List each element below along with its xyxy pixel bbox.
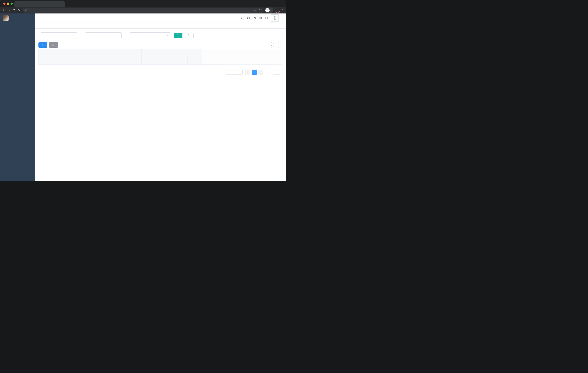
fullscreen-icon[interactable] (259, 16, 262, 20)
search-icon (270, 44, 273, 46)
col-header-key (39, 49, 53, 65)
prev-page-button[interactable] (245, 70, 250, 75)
current-page-button[interactable] (252, 70, 257, 75)
warning-icon (25, 9, 28, 11)
goto-page-input[interactable] (273, 70, 280, 75)
col-header-category (88, 49, 106, 65)
reset-button[interactable] (185, 33, 194, 38)
col-header-deploy-group (173, 49, 202, 57)
tags-bar (35, 23, 286, 29)
font-size-icon[interactable] (265, 16, 268, 20)
col-header-form (106, 49, 142, 65)
browser-toolbar (0, 7, 286, 13)
broken-image-icon (273, 16, 277, 20)
reload-button[interactable] (11, 8, 16, 13)
incognito-icon (266, 9, 269, 12)
filter-key-input[interactable] (41, 32, 77, 38)
address-bar[interactable] (23, 8, 263, 13)
filter-category-select[interactable] (130, 32, 170, 38)
col-header-state (188, 57, 202, 65)
zoom-window-button[interactable] (10, 2, 13, 5)
chevron-right-icon (260, 71, 262, 73)
browser-tab[interactable] (14, 1, 65, 7)
minimize-window-button[interactable] (7, 2, 9, 5)
refresh-icon (277, 44, 280, 46)
chevron-left-icon (247, 71, 249, 73)
page-content (35, 29, 286, 181)
col-header-ops (202, 49, 282, 65)
logo-avatar (3, 15, 9, 21)
close-window-button[interactable] (3, 2, 5, 5)
help-icon[interactable] (253, 16, 256, 20)
refresh-table-button[interactable] (276, 42, 281, 48)
model-table (38, 49, 282, 65)
url-divider (31, 9, 31, 12)
traffic-lights (3, 2, 13, 5)
github-icon[interactable] (247, 16, 250, 20)
hamburger-icon[interactable] (38, 16, 42, 20)
sidebar-logo (0, 13, 35, 23)
col-header-version (173, 57, 188, 65)
navbar-actions (241, 14, 283, 22)
update-button[interactable] (275, 8, 280, 13)
new-tab-button[interactable] (66, 2, 71, 6)
favicon-plant-icon (16, 3, 18, 5)
browser-menu-icon[interactable] (281, 8, 284, 13)
table-toolbar (38, 42, 282, 48)
browser-window (0, 0, 286, 181)
sidebar (0, 13, 35, 181)
search-icon[interactable] (241, 16, 244, 20)
next-page-button[interactable] (258, 70, 263, 75)
key-icon[interactable] (254, 9, 257, 11)
forward-button[interactable] (6, 8, 11, 13)
plus-icon (41, 44, 43, 46)
home-button[interactable] (16, 8, 21, 13)
filter-form (38, 32, 282, 38)
upload-icon (52, 44, 54, 46)
create-model-button[interactable] (38, 42, 47, 48)
search-button[interactable] (174, 33, 182, 38)
col-header-created (142, 49, 173, 65)
incognito-badge (265, 8, 273, 13)
avatar[interactable] (271, 14, 279, 22)
search-icon (177, 34, 179, 36)
chevron-down-icon (234, 71, 236, 73)
pagination (38, 70, 282, 75)
back-button[interactable] (1, 8, 6, 13)
refresh-icon (188, 34, 190, 36)
filter-name-input[interactable] (85, 32, 122, 38)
col-header-name (53, 49, 88, 65)
browser-tabstrip (0, 0, 286, 7)
avatar-caret-icon[interactable] (281, 17, 283, 19)
navbar (35, 13, 286, 23)
bookmark-star-icon[interactable] (258, 9, 261, 12)
toggle-search-button[interactable] (269, 42, 274, 48)
page-size-select[interactable] (226, 70, 243, 75)
chevron-down-icon (166, 34, 168, 36)
import-model-button[interactable] (49, 42, 58, 48)
